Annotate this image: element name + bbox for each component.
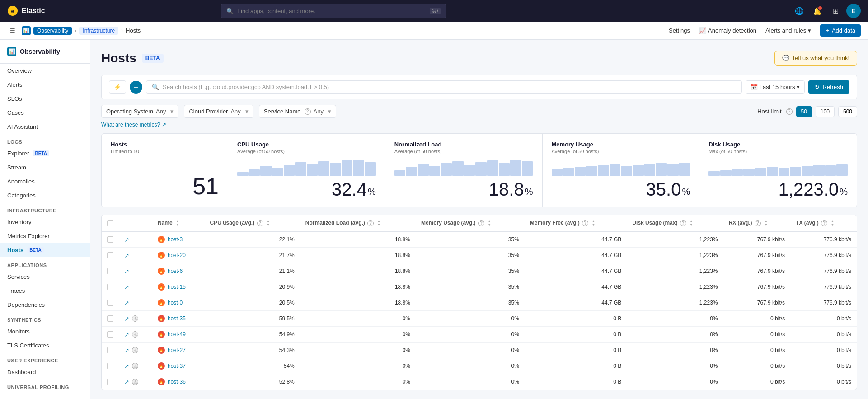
row-expand-icon[interactable]: ↗ xyxy=(124,252,129,259)
elastic-logo[interactable]: e Elastic xyxy=(7,5,45,16)
cpu-help-icon[interactable]: ? xyxy=(257,220,263,226)
sidebar-item-categories[interactable]: Categories xyxy=(0,188,90,202)
host-link-8[interactable]: 🔥 host-37 xyxy=(158,362,199,370)
row-expand-icon[interactable]: ↗ xyxy=(124,300,129,306)
host-link-2[interactable]: 🔥 host-6 xyxy=(158,268,199,275)
add-data-button[interactable]: + Add data xyxy=(820,24,861,37)
anomaly-detection-link[interactable]: 📈 Anomaly detection xyxy=(699,27,756,34)
row-expand-icon[interactable]: ↗ xyxy=(124,331,129,338)
time-picker[interactable]: 📅 Last 15 hours ▾ xyxy=(746,80,805,94)
filter-button[interactable]: ⚡ xyxy=(109,80,126,94)
sidebar-item-dashboard[interactable]: Dashboard xyxy=(0,365,90,379)
host-name-4[interactable]: host-0 xyxy=(168,300,183,306)
host-link-4[interactable]: 🔥 host-0 xyxy=(158,299,199,306)
host-name-1[interactable]: host-20 xyxy=(168,252,186,258)
memory-free-header[interactable]: Memory Free (avg.) ? ▲ ▼ xyxy=(525,215,627,232)
tx-help-icon[interactable]: ? xyxy=(821,220,827,226)
row-checkbox-1[interactable] xyxy=(107,252,113,258)
sidebar-item-explorer[interactable]: Explorer BETA xyxy=(0,146,90,160)
host-name-6[interactable]: host-49 xyxy=(168,331,186,338)
grid-icon[interactable]: ⊞ xyxy=(828,4,843,18)
sidebar-item-inventory[interactable]: Inventory xyxy=(0,215,90,229)
name-header[interactable]: Name ▲ ▼ xyxy=(152,215,205,232)
host-name-3[interactable]: host-15 xyxy=(168,284,186,290)
host-name-8[interactable]: host-37 xyxy=(168,363,186,369)
os-filter[interactable]: Operating System Any ▾ xyxy=(101,105,178,118)
load-help-icon[interactable]: ? xyxy=(367,220,374,226)
host-link-9[interactable]: 🔥 host-36 xyxy=(158,378,199,385)
sidebar-item-stream[interactable]: Stream xyxy=(0,160,90,174)
row-checkbox-5[interactable] xyxy=(107,315,113,322)
feedback-button[interactable]: 💬 Tell us what you think! xyxy=(774,51,857,66)
row-checkbox-0[interactable] xyxy=(107,236,113,243)
host-name-9[interactable]: host-36 xyxy=(168,379,186,385)
host-link-5[interactable]: 🔥 host-35 xyxy=(158,315,199,322)
disk-help-icon[interactable]: ? xyxy=(680,220,686,226)
breadcrumb-observability[interactable]: Observability xyxy=(33,27,72,35)
host-name-5[interactable]: host-35 xyxy=(168,315,186,322)
row-expand-icon[interactable]: ↗ xyxy=(124,236,129,243)
limit-50-button[interactable]: 50 xyxy=(796,106,812,117)
disk-header[interactable]: Disk Usage (max) ? ▲ ▼ xyxy=(627,215,723,232)
host-name-7[interactable]: host-27 xyxy=(168,347,186,353)
settings-link[interactable]: Settings xyxy=(669,27,690,34)
sidebar-item-services[interactable]: Services xyxy=(0,270,90,284)
tx-header[interactable]: TX (avg.) ? ▲ ▼ xyxy=(790,215,857,232)
select-all-checkbox[interactable] xyxy=(107,220,113,226)
host-link-7[interactable]: 🔥 host-27 xyxy=(158,347,199,354)
host-link-3[interactable]: 🔥 host-15 xyxy=(158,283,199,291)
globe-icon[interactable]: 🌐 xyxy=(792,4,807,18)
memory-header[interactable]: Memory Usage (avg.) ? ▲ ▼ xyxy=(416,215,525,232)
host-name-0[interactable]: host-3 xyxy=(168,236,183,243)
rx-header[interactable]: RX (avg.) ? ▲ ▼ xyxy=(723,215,791,232)
sidebar-item-ai-assistant[interactable]: AI Assistant xyxy=(0,120,90,134)
row-expand-icon[interactable]: ↗ xyxy=(124,268,129,275)
rx-help-icon[interactable]: ? xyxy=(755,220,761,226)
sidebar-item-monitors[interactable]: Monitors xyxy=(0,324,90,338)
memory-help-icon[interactable]: ? xyxy=(478,220,484,226)
hamburger-menu[interactable]: ☰ xyxy=(7,25,18,36)
memory-free-help-icon[interactable]: ? xyxy=(582,220,588,226)
search-input[interactable] xyxy=(237,8,426,14)
alerts-rules-link[interactable]: Alerts and rules ▾ xyxy=(765,27,811,34)
row-expand-icon[interactable]: ↗ xyxy=(124,379,129,385)
row-checkbox-9[interactable] xyxy=(107,379,113,385)
row-expand-icon[interactable]: ↗ xyxy=(124,284,129,291)
sidebar-item-overview[interactable]: Overview xyxy=(0,64,90,78)
sidebar-item-slos[interactable]: SLOs xyxy=(0,92,90,106)
row-checkbox-7[interactable] xyxy=(107,347,113,353)
sidebar-item-anomalies[interactable]: Anomalies xyxy=(0,174,90,188)
sidebar-item-metrics-explorer[interactable]: Metrics Explorer xyxy=(0,229,90,243)
limit-100-button[interactable]: 100 xyxy=(816,106,835,117)
sidebar-item-alerts[interactable]: Alerts xyxy=(0,78,90,92)
load-header[interactable]: Normalized Load (avg.) ? ▲ ▼ xyxy=(300,215,416,232)
row-expand-icon[interactable]: ↗ xyxy=(124,315,129,322)
bell-icon[interactable]: 🔔 xyxy=(810,4,825,18)
host-link-0[interactable]: 🔥 host-3 xyxy=(158,236,199,243)
host-search-input[interactable] xyxy=(163,84,736,90)
breadcrumb-infrastructure[interactable]: Infrastructure xyxy=(79,27,118,35)
row-checkbox-6[interactable] xyxy=(107,331,113,338)
row-checkbox-8[interactable] xyxy=(107,363,113,369)
service-help-icon[interactable]: ? xyxy=(305,108,311,115)
cpu-header[interactable]: CPU usage (avg.) ? ▲ ▼ xyxy=(204,215,300,232)
metrics-link[interactable]: What are these metrics? ↗ xyxy=(101,122,857,128)
row-checkbox-3[interactable] xyxy=(107,284,113,290)
limit-500-button[interactable]: 500 xyxy=(838,106,857,117)
cloud-filter[interactable]: Cloud Provider Any ▾ xyxy=(184,105,253,118)
row-expand-icon[interactable]: ↗ xyxy=(124,347,129,354)
row-expand-icon[interactable]: ↗ xyxy=(124,363,129,370)
avatar[interactable]: E xyxy=(846,4,861,18)
global-search[interactable]: 🔍 ⌘/ xyxy=(221,4,446,18)
sidebar-item-tls[interactable]: TLS Certificates xyxy=(0,338,90,352)
host-search-box[interactable]: 🔍 xyxy=(146,80,742,94)
sidebar-item-dependencies[interactable]: Dependencies xyxy=(0,298,90,312)
sidebar-item-traces[interactable]: Traces xyxy=(0,284,90,298)
add-filter-button[interactable]: + xyxy=(130,81,142,94)
host-link-1[interactable]: 🔥 host-20 xyxy=(158,252,199,259)
host-link-6[interactable]: 🔥 host-49 xyxy=(158,331,199,338)
service-filter[interactable]: Service Name ? Any ▾ xyxy=(259,105,336,118)
row-checkbox-4[interactable] xyxy=(107,300,113,306)
sidebar-item-hosts[interactable]: Hosts BETA xyxy=(0,243,90,257)
host-limit-help-icon[interactable]: ? xyxy=(786,108,793,115)
